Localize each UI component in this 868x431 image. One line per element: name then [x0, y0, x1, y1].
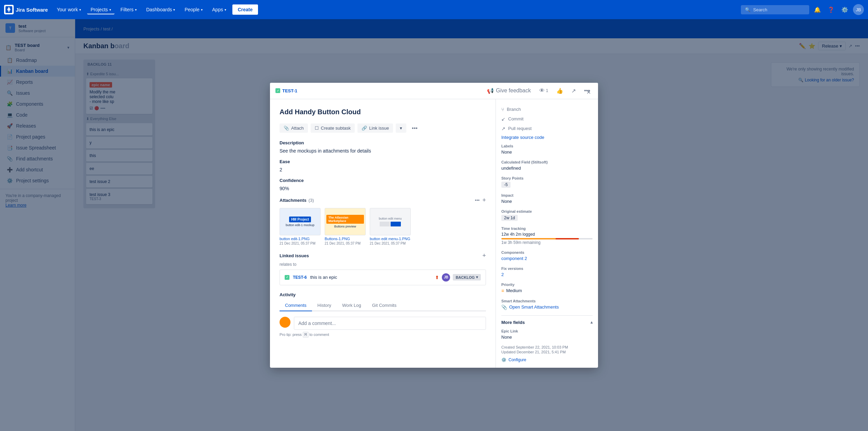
- attachments-add-button[interactable]: +: [482, 197, 486, 204]
- watch-button[interactable]: 👁 1: [537, 86, 551, 95]
- create-subtask-button[interactable]: ☐ Create subtask: [311, 123, 355, 133]
- components-value[interactable]: component 2: [501, 256, 593, 261]
- add-linked-issue-button[interactable]: +: [482, 252, 486, 259]
- create-button[interactable]: Create: [232, 4, 258, 15]
- link-issue-button[interactable]: 🔗 Link issue: [357, 123, 393, 133]
- close-modal-button[interactable]: ✕: [583, 87, 594, 98]
- paperclip-icon: 📎: [501, 304, 507, 310]
- branch-action[interactable]: ⑂ Branch: [501, 105, 593, 114]
- pull-request-icon: ↗: [501, 126, 505, 131]
- attachment-1-name: button edit-1.PNG: [280, 237, 321, 241]
- jira-icon: [4, 5, 14, 14]
- smart-attachments-value[interactable]: 📎 Open Smart Attachments: [501, 304, 593, 310]
- modal-top-right: 📢 Give feedback 👁 1 👍 ↗ ••• ✕: [484, 86, 593, 95]
- configure-button[interactable]: ⚙️ Configure: [501, 357, 593, 362]
- issue-key-area: ✓ TEST-1: [275, 88, 297, 93]
- filters-menu[interactable]: Filters ▾: [117, 5, 140, 14]
- search-bar[interactable]: 🔍 Search: [741, 5, 809, 14]
- link-icon: 🔗: [362, 126, 367, 131]
- labels-field: Labels None: [501, 144, 593, 155]
- people-menu[interactable]: People ▾: [181, 5, 206, 14]
- issue-key-icon: ✓: [275, 88, 280, 93]
- attachment-2-name: Buttons-1.PNG: [325, 237, 366, 241]
- attachments-more-button[interactable]: •••: [475, 197, 479, 204]
- branch-label: Branch: [507, 107, 521, 112]
- time-logged: 12w 4h 2m logged: [501, 232, 593, 237]
- calculated-value: undefined: [501, 166, 593, 171]
- modal-overlay[interactable]: ✓ TEST-1 📢 Give feedback 👁 1 👍 ↗ ••• ✕: [0, 0, 868, 431]
- impact-value: None: [501, 199, 593, 204]
- linked-issue-1[interactable]: ✓ TEST-6 this is an epic ⬆ JB BACKLOG ▾: [280, 270, 486, 285]
- more-fields-header[interactable]: More fields ▴: [501, 320, 593, 325]
- linked-issue-key: TEST-6: [293, 275, 307, 280]
- original-estimate-badge[interactable]: 2w 1d: [501, 215, 518, 221]
- dashboards-menu[interactable]: Dashboards ▾: [143, 5, 179, 14]
- action-dropdown-button[interactable]: ▾: [396, 123, 406, 133]
- smart-attach-label: Open Smart Attachments: [509, 304, 559, 310]
- configure-label: Configure: [508, 357, 526, 362]
- labels-value: None: [501, 149, 593, 155]
- projects-menu[interactable]: Projects ▾: [87, 5, 114, 14]
- activity-section: Activity Comments History Work Log Git C…: [280, 292, 486, 337]
- epic-link-value: None: [501, 335, 593, 340]
- linked-issues-section: Linked issues + relates to ✓ TEST-6 this…: [280, 252, 486, 285]
- time-tracking-field: Time tracking 12w 4h 2m logged 1w 3h 59m…: [501, 226, 593, 245]
- activity-label: Activity: [280, 292, 486, 297]
- your-work-menu[interactable]: Your work ▾: [53, 5, 84, 14]
- eye-icon: 👁: [539, 88, 545, 94]
- attachments-header: Attachments (3) ••• +: [280, 197, 486, 204]
- code-section: ⑂ Branch ↙ Commit ↗ Pull request Integra…: [501, 105, 593, 140]
- attachments-actions: ••• +: [475, 197, 486, 204]
- commit-action[interactable]: ↙ Commit: [501, 114, 593, 124]
- attachment-1[interactable]: HM Project button edit-1 mockup button e…: [280, 208, 321, 245]
- ease-value: 2: [280, 167, 486, 172]
- linked-issue-right: ⬆ JB BACKLOG ▾: [435, 273, 481, 282]
- description-label: Description: [280, 140, 486, 145]
- pull-request-label: Pull request: [508, 126, 532, 131]
- app-logo[interactable]: Jira Software: [4, 5, 48, 14]
- story-points-field: Story Points -5: [501, 176, 593, 188]
- settings-button[interactable]: ⚙️: [839, 4, 850, 15]
- feedback-icon: 📢: [487, 88, 494, 94]
- more-fields-label: More fields: [501, 320, 525, 325]
- fix-versions-value[interactable]: 2: [501, 272, 593, 277]
- tab-worklog[interactable]: Work Log: [337, 300, 366, 311]
- created-timestamp: Created September 22, 2021, 10:03 PM: [501, 345, 593, 349]
- nav-right: 🔍 Search 🔔 ❓ ⚙️ JB: [741, 4, 864, 15]
- modal-top-left: ✓ TEST-1: [275, 88, 297, 93]
- issue-modal: ✓ TEST-1 📢 Give feedback 👁 1 👍 ↗ ••• ✕: [270, 83, 598, 368]
- attachments-section: Attachments (3) ••• + HM Project: [280, 197, 486, 245]
- apps-menu[interactable]: Apps ▾: [209, 5, 230, 14]
- notifications-button[interactable]: 🔔: [812, 4, 823, 15]
- tab-history[interactable]: History: [312, 300, 337, 311]
- priority-value: ≡ Medium: [501, 288, 593, 293]
- attach-icon: 📎: [284, 126, 289, 131]
- description-section: Description See the mockups in attachmen…: [280, 140, 486, 154]
- feedback-button[interactable]: 📢 Give feedback: [484, 86, 533, 95]
- linked-issues-header: Linked issues +: [280, 252, 486, 259]
- attach-button[interactable]: 📎 Attach: [280, 123, 308, 133]
- story-points-badge[interactable]: -5: [501, 182, 511, 188]
- share-modal-button[interactable]: ↗: [569, 86, 579, 95]
- attachment-3-name: button edit menu-1.PNG: [370, 237, 411, 241]
- backlog-badge[interactable]: BACKLOG ▾: [453, 274, 481, 280]
- tab-git[interactable]: Git Commits: [367, 300, 402, 311]
- comment-input[interactable]: Add a comment...: [294, 317, 486, 330]
- activity-tabs: Comments History Work Log Git Commits: [280, 300, 486, 311]
- integrate-source-link[interactable]: Integrate source code: [501, 135, 593, 140]
- like-button[interactable]: 👍: [554, 86, 566, 95]
- attachment-3[interactable]: button edit menu button edit menu-1.PNG …: [370, 208, 411, 245]
- avatar-button[interactable]: JB: [853, 4, 864, 15]
- time-remaining: 1w 3h 59m remaining: [501, 240, 593, 245]
- confidence-section: Confidence 90%: [280, 178, 486, 191]
- attachments-grid: HM Project button edit-1 mockup button e…: [280, 208, 486, 245]
- help-button[interactable]: ❓: [826, 4, 837, 15]
- modal-topbar: ✓ TEST-1 📢 Give feedback 👁 1 👍 ↗ ••• ✕: [270, 83, 598, 99]
- attachment-2[interactable]: The Atlassian Marketplace Buttons previe…: [325, 208, 366, 245]
- more-actions-button[interactable]: •••: [409, 123, 420, 133]
- attachments-count-badge: (3): [309, 198, 314, 203]
- pull-request-action[interactable]: ↗ Pull request: [501, 124, 593, 133]
- components-field: Components component 2: [501, 250, 593, 261]
- tab-comments[interactable]: Comments: [280, 300, 312, 311]
- linked-issue-title: this is an epic: [310, 275, 432, 280]
